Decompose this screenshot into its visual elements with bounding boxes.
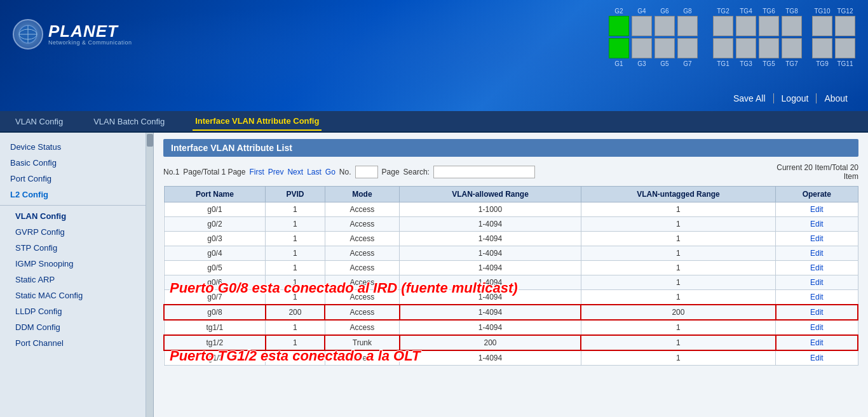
port-g3[interactable] (632, 38, 652, 58)
port-tg1[interactable] (713, 38, 733, 58)
sidebar-item-static-mac-config[interactable]: Static MAC Config (0, 288, 146, 303)
cell-port: g0/7 (164, 290, 266, 305)
edit-link[interactable]: Edit (810, 308, 824, 317)
port-g6[interactable] (654, 16, 675, 36)
port-label-tg6: TG6 (759, 8, 779, 15)
edit-link[interactable]: Edit (810, 278, 824, 287)
cell-allowed: 1-4094 (400, 246, 581, 261)
edit-link[interactable]: Edit (810, 354, 824, 362)
about-link[interactable]: About (817, 93, 855, 103)
search-label: Search: (403, 168, 430, 176)
port-g1[interactable] (609, 38, 629, 58)
port-label-tg11: TG11 (835, 60, 855, 67)
cell-pvid: 1 (266, 232, 325, 246)
logo-brand: PLANET (48, 23, 132, 39)
edit-link[interactable]: Edit (810, 338, 824, 347)
sidebar-scrollbar[interactable] (146, 133, 154, 417)
port-label-g1: G1 (609, 60, 629, 67)
port-g4[interactable] (632, 16, 652, 36)
sidebar-item-basic-config[interactable]: Basic Config (0, 155, 146, 171)
page-total: Page/Total 1 Page (183, 168, 245, 176)
main-layout: Device Status Basic Config Port Config L… (0, 133, 868, 417)
cell-pvid: 1 (266, 290, 325, 305)
cell-operate: Edit (776, 305, 858, 320)
port-tg3[interactable] (736, 38, 756, 58)
cell-operate: Edit (776, 202, 858, 217)
cell-untagged: 1 (581, 217, 775, 232)
sidebar-item-gvrp-config[interactable]: GVRP Config (0, 224, 146, 240)
edit-link[interactable]: Edit (810, 293, 824, 301)
port-label-tg8: TG8 (782, 8, 802, 15)
col-pvid: PVID (266, 187, 325, 202)
sidebar-item-port-channel[interactable]: Port Channel (0, 335, 146, 351)
edit-link[interactable]: Edit (810, 205, 824, 214)
sidebar-item-ddm-config[interactable]: DDM Config (0, 319, 146, 335)
edit-link[interactable]: Edit (810, 249, 824, 258)
cell-allowed: 1-4094 (400, 320, 581, 335)
page-number-input[interactable] (355, 166, 378, 178)
sidebar-item-port-config[interactable]: Port Config (0, 171, 146, 187)
port-tg10[interactable] (812, 16, 832, 36)
cell-operate: Edit (776, 320, 858, 335)
edit-link[interactable]: Edit (810, 323, 824, 332)
sidebar-item-l2-config[interactable]: L2 Config (0, 187, 146, 202)
cell-untagged: 1 (581, 261, 775, 275)
port-tg8[interactable] (782, 16, 802, 36)
cell-untagged: 1 (581, 246, 775, 261)
port-g5[interactable] (654, 38, 675, 58)
logo-icon (13, 19, 43, 50)
edit-link[interactable]: Edit (810, 234, 824, 243)
col-port-name: Port Name (164, 187, 266, 202)
port-tg11[interactable] (835, 38, 855, 58)
port-label-tg5: TG5 (759, 60, 779, 67)
first-page-link[interactable]: First (249, 168, 264, 176)
sidebar-item-static-arp[interactable]: Static ARP (0, 272, 146, 288)
menu-vlan-batch-config[interactable]: VLAN Batch Config (91, 113, 167, 130)
port-tg12[interactable] (835, 16, 855, 36)
sidebar-item-vlan-config[interactable]: VLAN Config (0, 208, 146, 224)
menu-bar: VLAN Config VLAN Batch Config Interface … (0, 111, 868, 133)
port-g8[interactable] (677, 16, 698, 36)
sidebar-item-device-status[interactable]: Device Status (0, 139, 146, 155)
search-input[interactable] (433, 166, 535, 178)
sidebar-item-lldp-config[interactable]: LLDP Config (0, 303, 146, 319)
last-page-link[interactable]: Last (307, 168, 322, 176)
port-tg6[interactable] (759, 16, 779, 36)
sidebar-item-igmp-snooping[interactable]: IGMP Snooping (0, 256, 146, 272)
page-label: Page (382, 168, 400, 176)
port-label-tg7: TG7 (782, 60, 802, 67)
edit-link[interactable]: Edit (810, 220, 824, 228)
content-title: Interface VLAN Attribute List (163, 139, 858, 157)
prev-page-link[interactable]: Prev (268, 168, 284, 176)
menu-vlan-config[interactable]: VLAN Config (13, 113, 65, 130)
logout-link[interactable]: Logout (774, 93, 817, 103)
cell-port: tg1/2 (164, 335, 266, 350)
menu-interface-vlan-attr-config[interactable]: Interface VLAN Attribute Config (193, 112, 322, 131)
port-g2[interactable] (609, 16, 629, 36)
cell-pvid: 1 (266, 261, 325, 275)
go-link[interactable]: Go (325, 168, 336, 176)
port-tg7[interactable] (782, 38, 802, 58)
cell-port: g0/3 (164, 232, 266, 246)
next-page-link[interactable]: Next (287, 168, 303, 176)
port-tg4[interactable] (736, 16, 756, 36)
no-label: No. (339, 168, 351, 176)
content-area: Interface VLAN Attribute List No.1 Page/… (154, 133, 868, 417)
cell-operate: Edit (776, 290, 858, 305)
port-tg5[interactable] (759, 38, 779, 58)
cell-port: g0/4 (164, 246, 266, 261)
cell-mode: Access (325, 232, 400, 246)
port-label-tg9: TG9 (812, 60, 832, 67)
port-tg9[interactable] (812, 38, 832, 58)
edit-link[interactable]: Edit (810, 263, 824, 272)
table-row: tg1/21Trunk2001Edit (164, 335, 858, 350)
cell-untagged: 1 (581, 335, 775, 350)
port-tg2[interactable] (713, 16, 733, 36)
cell-operate: Edit (776, 261, 858, 275)
save-all-link[interactable]: Save All (726, 93, 774, 103)
cell-operate: Edit (776, 275, 858, 290)
cell-port: tg1/1 (164, 320, 266, 335)
cell-allowed: 1-4094 (400, 261, 581, 275)
sidebar-item-stp-config[interactable]: STP Config (0, 240, 146, 256)
port-g7[interactable] (677, 38, 698, 58)
